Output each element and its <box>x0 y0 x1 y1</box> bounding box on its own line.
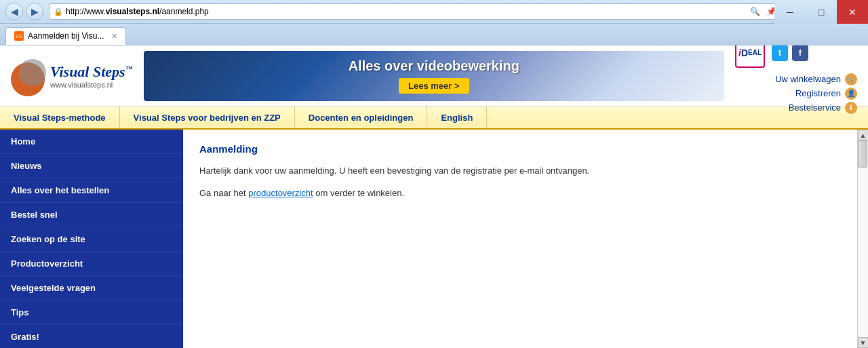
forward-button[interactable]: ▶ <box>26 3 43 20</box>
website-content: Visual Steps™ www.visualsteps.nl Alles o… <box>0 45 868 348</box>
content-paragraph2: Ga naar het productoverzicht om verder t… <box>199 187 841 201</box>
registreren-link[interactable]: Registreren 👤 <box>735 88 857 100</box>
logo-circle-gray <box>19 59 46 86</box>
browser-window: ◀ ▶ 🔒 http://www.visualsteps.nl/aanmeld.… <box>0 0 868 348</box>
scroll-track[interactable] <box>858 140 868 337</box>
banner-area: Alles over videobewerking Lees meer > <box>144 51 724 101</box>
url-domain: visualsteps.nl <box>106 7 159 16</box>
scroll-up-arrow[interactable]: ▲ <box>858 130 869 140</box>
tab-favicon: VS <box>14 31 24 41</box>
sidebar-item-productoverzicht[interactable]: Productoverzicht <box>0 252 183 276</box>
header-links: Uw winkelwagen 🛒 Registreren 👤 Bestelser… <box>735 73 857 114</box>
scroll-thumb[interactable] <box>858 140 867 168</box>
search-icon[interactable]: 🔍 <box>748 5 762 18</box>
banner-title: Alles over videobewerking <box>349 58 519 74</box>
nav-buttons: ◀ ▶ <box>5 3 43 20</box>
winkelwagen-label: Uw winkelwagen <box>775 74 841 84</box>
ideal-logo: iDEAL <box>735 45 765 68</box>
nav-item-english[interactable]: English <box>427 107 487 128</box>
browser-titlebar: ◀ ▶ 🔒 http://www.visualsteps.nl/aanmeld.… <box>0 0 868 24</box>
sidebar-item-bestellen[interactable]: Alles over het bestellen <box>0 178 183 203</box>
browser-tabbar: VS Aanmelden bij Visu... ✕ <box>0 24 868 45</box>
sidebar-item-nieuws[interactable]: Nieuws <box>0 154 183 178</box>
sidebar-item-tips[interactable]: Tips <box>0 301 183 325</box>
banner-text: Alles over videobewerking Lees meer > <box>349 58 519 94</box>
url-path: /aanmeld.php <box>159 7 209 16</box>
site-header: Visual Steps™ www.visualsteps.nl Alles o… <box>0 45 868 107</box>
logo-tm: ™ <box>125 64 133 72</box>
registreren-icon: 👤 <box>845 88 857 100</box>
sidebar-item-zoeken[interactable]: Zoeken op de site <box>0 227 183 252</box>
nav-item-bedrijven[interactable]: Visual Steps voor bedrijven en ZZP <box>120 107 295 128</box>
scroll-down-arrow[interactable]: ▼ <box>858 337 869 348</box>
sidebar-item-home[interactable]: Home <box>0 130 183 154</box>
active-tab[interactable]: VS Aanmelden bij Visu... ✕ <box>5 27 126 45</box>
scrollbar: ▲ ▼ <box>857 130 868 348</box>
nav-item-methode[interactable]: Visual Steps-methode <box>0 107 120 128</box>
minimize-button[interactable]: ─ <box>774 0 806 24</box>
ideal-d: D <box>741 47 748 58</box>
sidebar: Home Nieuws Alles over het bestellen Bes… <box>0 130 183 348</box>
logo-text: Visual Steps™ www.visualsteps.nl <box>50 63 133 89</box>
url-prefix: http://www. <box>66 7 106 16</box>
sidebar-item-gratis[interactable]: Gratis! <box>0 325 183 348</box>
productoverzicht-link[interactable]: productoverzicht <box>248 188 313 198</box>
lock-icon: 🔒 <box>54 7 63 16</box>
facebook-icon[interactable]: f <box>792 45 808 61</box>
paragraph2-post: om verder te winkelen. <box>313 188 404 198</box>
site-logo: Visual Steps™ www.visualsteps.nl <box>11 59 133 93</box>
header-right-top: iDEAL t f <box>735 45 808 68</box>
close-button[interactable]: ✕ <box>837 0 868 24</box>
logo-visual-text: Visual Steps™ <box>50 63 133 81</box>
bestelservice-icon: ℹ <box>845 102 857 114</box>
winkelwagen-icon: 🛒 <box>845 73 857 85</box>
site-body: Home Nieuws Alles over het bestellen Bes… <box>0 130 868 348</box>
logo-icon <box>11 59 45 93</box>
sidebar-item-vragen[interactable]: Veelgestelde vragen <box>0 276 183 301</box>
back-button[interactable]: ◀ <box>5 3 23 20</box>
sidebar-item-bestel-snel[interactable]: Bestel snel <box>0 203 183 227</box>
logo-italic: Visual Steps™ <box>50 63 133 80</box>
registreren-label: Registreren <box>795 88 841 98</box>
banner-button[interactable]: Lees meer > <box>399 78 469 94</box>
winkelwagen-link[interactable]: Uw winkelwagen 🛒 <box>735 73 857 85</box>
logo-url: www.visualsteps.nl <box>50 81 133 89</box>
nav-item-docenten[interactable]: Docenten en opleidingen <box>295 107 428 128</box>
address-bar[interactable]: 🔒 http://www.visualsteps.nl/aanmeld.php … <box>49 3 799 20</box>
tab-close-button[interactable]: ✕ <box>111 32 117 41</box>
content-title: Aanmelding <box>199 143 841 155</box>
content-paragraph1: Hartelijk dank voor uw aanmelding. U hee… <box>199 164 841 178</box>
paragraph2-pre: Ga naar het <box>199 188 248 198</box>
tab-title: Aanmelden bij Visu... <box>28 31 104 41</box>
twitter-icon[interactable]: t <box>772 45 788 61</box>
header-right: iDEAL t f Uw winkelwagen 🛒 Registreren 👤 <box>735 45 857 114</box>
bestelservice-link[interactable]: Bestelservice ℹ <box>735 102 857 114</box>
bestelservice-label: Bestelservice <box>789 102 841 113</box>
window-controls: ─ □ ✕ <box>774 0 868 24</box>
main-content: Aanmelding Hartelijk dank voor uw aanmel… <box>183 130 857 348</box>
maximize-button[interactable]: □ <box>806 0 837 24</box>
url-display: http://www.visualsteps.nl/aanmeld.php <box>66 7 745 16</box>
social-icons: t f <box>772 45 808 61</box>
